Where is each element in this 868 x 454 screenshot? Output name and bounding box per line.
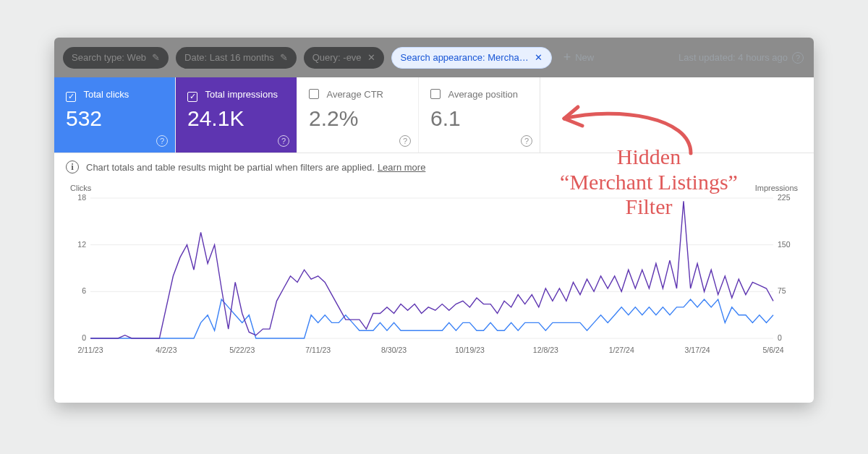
plus-icon: +: [563, 50, 571, 65]
chart-area: Clicks Impressions 0612180751502252/11/2…: [54, 181, 814, 360]
svg-text:2/11/23: 2/11/23: [77, 346, 103, 354]
notice-text: Chart totals and table results might be …: [86, 162, 375, 173]
filter-bar: Search type: Web ✎ Date: Last 16 months …: [54, 38, 814, 77]
chip-label: Date: Last 16 months: [184, 52, 274, 63]
checkbox-icon[interactable]: [430, 89, 441, 99]
svg-text:12/8/23: 12/8/23: [533, 346, 558, 354]
svg-text:10/19/23: 10/19/23: [455, 346, 485, 354]
checkbox-icon[interactable]: [187, 92, 197, 102]
svg-text:75: 75: [778, 286, 786, 295]
chip-label: Query: -eve: [312, 52, 362, 63]
pencil-icon: ✎: [152, 52, 160, 63]
pencil-icon: ✎: [280, 52, 288, 63]
svg-text:8/30/23: 8/30/23: [381, 346, 407, 354]
card-label: Average position: [448, 89, 518, 100]
help-icon[interactable]: ?: [792, 52, 804, 64]
svg-text:0: 0: [778, 333, 782, 342]
add-filter-button[interactable]: + New: [563, 50, 595, 65]
axis-right-title: Impressions: [755, 184, 798, 192]
last-updated: Last updated: 4 hours ago ?: [678, 38, 804, 77]
help-icon[interactable]: ?: [521, 135, 532, 147]
svg-text:150: 150: [778, 240, 791, 249]
chip-label: Search appearance: Mercha…: [401, 52, 529, 63]
card-value: 2.2%: [309, 106, 408, 131]
card-label: Total impressions: [205, 89, 277, 100]
checkbox-icon[interactable]: [66, 92, 76, 102]
axis-left-title: Clicks: [70, 184, 91, 192]
help-icon[interactable]: ?: [156, 135, 168, 147]
card-avg-ctr[interactable]: Average CTR 2.2% ?: [297, 77, 419, 153]
chip-search-appearance[interactable]: Search appearance: Mercha… ✕: [391, 47, 552, 69]
chip-query[interactable]: Query: -eve ✕: [304, 47, 384, 69]
svg-text:4/2/23: 4/2/23: [156, 346, 176, 354]
svg-text:3/17/24: 3/17/24: [685, 346, 710, 354]
svg-text:5/6/24: 5/6/24: [762, 346, 783, 354]
svg-text:1/27/24: 1/27/24: [609, 346, 634, 354]
svg-text:18: 18: [77, 194, 86, 202]
search-console-panel: Search type: Web ✎ Date: Last 16 months …: [54, 38, 814, 403]
card-label: Average CTR: [326, 89, 383, 100]
learn-more-link[interactable]: Learn more: [378, 162, 425, 173]
svg-text:5/22/23: 5/22/23: [229, 346, 255, 354]
svg-text:225: 225: [778, 194, 791, 202]
add-filter-label: New: [575, 52, 594, 63]
card-total-clicks[interactable]: Total clicks 532 ?: [54, 77, 176, 153]
card-total-impressions[interactable]: Total impressions 24.1K ?: [176, 77, 297, 153]
performance-chart: 0612180751502252/11/234/2/235/22/237/11/…: [66, 194, 802, 360]
chip-search-type[interactable]: Search type: Web ✎: [63, 47, 169, 69]
svg-text:12: 12: [77, 240, 86, 249]
card-avg-position[interactable]: Average position 6.1 ?: [419, 77, 540, 153]
card-value: 24.1K: [187, 106, 286, 131]
chip-date[interactable]: Date: Last 16 months ✎: [176, 47, 297, 69]
info-icon: i: [66, 160, 79, 174]
svg-text:6: 6: [82, 286, 86, 295]
card-value: 6.1: [430, 106, 529, 131]
help-icon[interactable]: ?: [399, 135, 411, 147]
checkbox-icon[interactable]: [309, 89, 319, 99]
chip-label: Search type: Web: [72, 52, 146, 63]
card-value: 532: [66, 106, 165, 131]
svg-text:0: 0: [82, 333, 86, 342]
help-icon[interactable]: ?: [278, 135, 289, 147]
close-icon[interactable]: ✕: [535, 52, 542, 63]
partial-results-notice: i Chart totals and table results might b…: [54, 153, 814, 181]
metric-cards: Total clicks 532 ? Total impressions 24.…: [54, 77, 814, 153]
close-icon[interactable]: ✕: [367, 52, 375, 63]
card-label: Total clicks: [83, 89, 129, 100]
svg-text:7/11/23: 7/11/23: [305, 346, 331, 354]
